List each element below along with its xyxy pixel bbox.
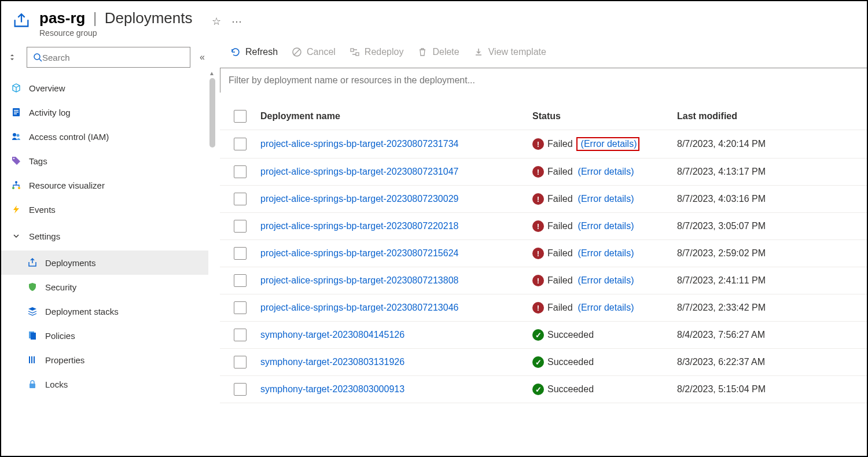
sidebar-item-resource-visualizer[interactable]: Resource visualizer [1,173,208,197]
refresh-button[interactable]: Refresh [230,47,278,57]
policy-icon [27,330,38,341]
svg-point-11 [18,187,20,189]
deployment-name-link[interactable]: project-alice-springs-bp-target-20230807… [260,303,458,312]
more-icon[interactable]: ⋯ [231,15,242,28]
collapse-sidebar-icon[interactable]: « [200,52,205,62]
deployment-name-link[interactable]: project-alice-springs-bp-target-20230807… [260,248,458,258]
table-row: project-alice-springs-bp-target-20230807… [220,213,867,240]
svg-rect-21 [356,53,359,56]
sidebar-item-overview[interactable]: Overview [1,76,208,100]
scrollbar-arrow-icon: ▲ [209,70,215,76]
row-checkbox[interactable] [234,165,247,178]
properties-icon [27,354,38,366]
delete-button[interactable]: Delete [417,47,459,57]
deployment-name-link[interactable]: project-alice-springs-bp-target-20230807… [260,194,458,204]
filter-input[interactable] [220,68,867,93]
error-details-link[interactable]: (Error details) [578,275,634,286]
svg-point-10 [12,187,14,189]
view-template-button[interactable]: View template [473,47,546,57]
table-row: project-alice-springs-bp-target-20230807… [220,186,867,213]
svg-point-0 [34,54,40,60]
table-row: project-alice-springs-bp-target-20230807… [220,267,867,294]
page-subtitle: Resource group [39,28,192,38]
error-details-link[interactable]: (Error details) [581,139,637,149]
redeploy-button[interactable]: Redeploy [350,47,404,57]
deployment-name-link[interactable]: project-alice-springs-bp-target-20230807… [260,139,458,149]
resource-group-icon [12,12,31,31]
status-text: Succeeded [547,384,594,395]
succeeded-icon: ✓ [532,356,544,368]
sidebar-item-label: Policies [45,331,75,341]
status-text: Failed [547,194,573,204]
deployment-name-link[interactable]: symphony-target-20230803000913 [260,384,404,394]
error-details-link[interactable]: (Error details) [578,221,634,231]
error-details-link[interactable]: (Error details) [578,167,634,177]
deployment-name-link[interactable]: project-alice-springs-bp-target-20230807… [260,221,458,231]
table-row: project-alice-springs-bp-target-20230807… [220,240,867,267]
row-checkbox[interactable] [234,193,247,205]
status-text: Failed [547,221,573,231]
row-checkbox[interactable] [234,247,247,260]
svg-point-6 [13,133,16,137]
expand-collapse-icon[interactable] [8,53,21,61]
sidebar-search[interactable] [27,47,190,68]
sidebar-item-locks[interactable]: Locks [1,372,208,396]
deployment-name-link[interactable]: symphony-target-20230804145126 [260,330,404,340]
status-text: Failed [547,139,573,149]
toolbar: Refresh Cancel Redeploy Delete [215,43,867,65]
error-details-link[interactable]: (Error details) [578,248,634,259]
last-modified: 8/7/2023, 4:03:16 PM [677,194,867,204]
page-header: pas-rg | Deployments Resource group ☆ ⋯ [1,1,867,43]
row-checkbox[interactable] [234,220,247,233]
table-row: symphony-target-20230803131926✓Succeeded… [220,349,867,376]
failed-icon: ! [532,248,544,259]
column-header-modified[interactable]: Last modified [677,111,867,121]
tag-icon [10,155,22,167]
row-checkbox[interactable] [234,138,247,150]
deployment-name-link[interactable]: symphony-target-20230803131926 [260,357,404,367]
row-checkbox[interactable] [234,301,247,314]
sidebar-item-properties[interactable]: Properties [1,348,208,372]
row-checkbox[interactable] [234,329,247,341]
shield-icon [27,281,38,293]
sidebar-item-tags[interactable]: Tags [1,149,208,173]
column-header-name[interactable]: Deployment name [260,111,532,121]
deployment-name-link[interactable]: project-alice-springs-bp-target-20230807… [260,275,458,285]
status-text: Succeeded [547,330,594,340]
last-modified: 8/4/2023, 7:56:27 AM [677,330,867,340]
row-checkbox[interactable] [234,356,247,368]
svg-line-19 [294,49,300,55]
succeeded-icon: ✓ [532,329,544,341]
svg-rect-20 [351,49,354,51]
error-details-link[interactable]: (Error details) [578,303,634,313]
cancel-button[interactable]: Cancel [292,47,336,57]
sidebar-scrollbar[interactable] [209,78,215,148]
sidebar-item-events[interactable]: Events [1,197,208,222]
sidebar-item-security[interactable]: Security [1,275,208,299]
sidebar-item-access-control-iam-[interactable]: Access control (IAM) [1,124,208,149]
sidebar-item-policies[interactable]: Policies [1,323,208,348]
table-header: Deployment name Status Last modified [220,103,867,130]
last-modified: 8/7/2023, 4:13:17 PM [677,167,867,177]
favorite-icon[interactable]: ☆ [212,15,221,28]
row-checkbox[interactable] [234,274,247,287]
sidebar-item-deployments[interactable]: Deployments [1,250,208,275]
sidebar-search-input[interactable] [42,53,184,62]
column-header-status[interactable]: Status [532,111,677,121]
sidebar-section-settings[interactable]: Settings [1,224,208,248]
sidebar-item-activity-log[interactable]: Activity log [1,100,208,124]
table-row: symphony-target-20230804145126✓Succeeded… [220,322,867,349]
cube-icon [10,82,22,94]
error-details-link[interactable]: (Error details) [578,194,634,204]
failed-icon: ! [532,138,544,150]
status-text: Failed [547,303,573,313]
deployment-name-link[interactable]: project-alice-springs-bp-target-20230807… [260,167,458,176]
sidebar-item-label: Deployments [45,258,96,268]
row-checkbox[interactable] [234,383,247,396]
sidebar-item-deployment-stacks[interactable]: Deployment stacks [1,299,208,323]
select-all-checkbox[interactable] [234,110,247,123]
last-modified: 8/7/2023, 3:05:07 PM [677,221,867,231]
table-row: project-alice-springs-bp-target-20230807… [220,294,867,322]
status-text: Failed [547,248,573,259]
failed-icon: ! [532,302,544,314]
